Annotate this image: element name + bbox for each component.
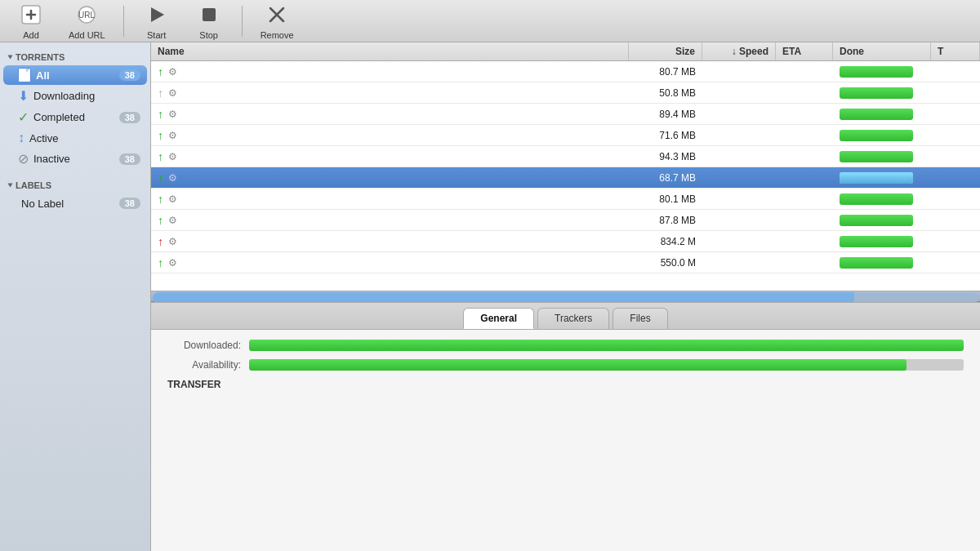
- add-button[interactable]: Add: [8, 0, 54, 43]
- th-done[interactable]: Done: [833, 42, 931, 60]
- tab-trackers[interactable]: Trackers: [537, 308, 609, 329]
- th-peers[interactable]: T: [931, 42, 980, 60]
- td-eta: [776, 112, 833, 117]
- svg-rect-6: [203, 8, 216, 21]
- availability-bar: [249, 359, 964, 371]
- th-speed[interactable]: ↓ Speed: [702, 42, 776, 60]
- main-layout: TORRENTS All 38 ⬇ Downloading ✓ Complete…: [0, 42, 980, 551]
- td-size: 68.7 MB: [629, 170, 702, 186]
- td-peers: [931, 133, 980, 138]
- sidebar-item-completed[interactable]: ✓ Completed 38: [3, 107, 147, 127]
- progress-fill: [840, 236, 913, 247]
- gear-icon: ⚙: [168, 130, 177, 141]
- sidebar-item-active[interactable]: ↕ Active: [3, 128, 147, 148]
- start-label: Start: [147, 30, 166, 40]
- stop-button[interactable]: Stop: [186, 0, 232, 43]
- sidebar-item-inactive[interactable]: ⊘ Inactive 38: [3, 149, 147, 169]
- progress-fill: [840, 172, 913, 184]
- progress-fill: [840, 257, 913, 269]
- horizontal-scrollbar[interactable]: [151, 291, 980, 302]
- table-row[interactable]: ↑ ⚙ 89.4 MB: [151, 104, 980, 125]
- td-peers: [931, 112, 980, 117]
- gear-icon: ⚙: [168, 193, 177, 205]
- td-speed: [702, 112, 776, 117]
- td-name: ↑ ⚙: [151, 105, 629, 123]
- completed-icon: ✓: [18, 109, 29, 125]
- sidebar-item-all[interactable]: All 38: [3, 65, 147, 85]
- torrent-table[interactable]: Name Size ↓ Speed ETA Done T ↑ ⚙ 80.7 MB: [151, 42, 980, 291]
- td-done: [833, 255, 931, 271]
- td-done: [833, 233, 931, 250]
- td-speed: [702, 239, 776, 244]
- td-name: ↑ ⚙: [151, 127, 629, 144]
- table-row[interactable]: ↑ ⚙ 80.7 MB: [151, 61, 980, 82]
- sidebar-completed-badge: 38: [119, 112, 140, 123]
- td-speed: [702, 91, 776, 96]
- availability-label: Availability:: [167, 359, 241, 371]
- add-url-label: Add URL: [69, 30, 105, 40]
- gear-icon: ⚙: [168, 151, 177, 162]
- table-row[interactable]: ↑ ⚙ 87.8 MB: [151, 210, 980, 231]
- gear-icon: ⚙: [168, 236, 177, 247]
- td-speed: [702, 154, 776, 159]
- progress-fill: [840, 109, 913, 120]
- td-name: ↑ ⚙: [151, 211, 629, 229]
- progress-fill: [840, 193, 913, 205]
- td-name: ↑ ⚙: [151, 63, 629, 81]
- table-row[interactable]: ↑ ⚙ 71.6 MB: [151, 125, 980, 146]
- gear-icon: ⚙: [168, 257, 177, 269]
- sidebar-item-no-label[interactable]: No Label 38: [3, 193, 147, 213]
- th-name[interactable]: Name: [151, 42, 629, 60]
- td-speed: [702, 133, 776, 138]
- td-size: 80.7 MB: [629, 64, 702, 80]
- table-row[interactable]: ↑ ⚙ 50.8 MB: [151, 82, 980, 104]
- tab-files[interactable]: Files: [612, 308, 667, 329]
- progress-fill: [840, 87, 913, 99]
- labels-triangle: [8, 184, 13, 188]
- td-peers: [931, 154, 980, 159]
- start-button[interactable]: Start: [134, 0, 180, 43]
- transfer-header: TRANSFER: [167, 379, 964, 390]
- svg-text:URL: URL: [78, 11, 95, 20]
- labels-section-header[interactable]: LABELS: [0, 176, 150, 193]
- tab-general[interactable]: General: [463, 308, 534, 329]
- table-row[interactable]: ↑ ⚙ 550.0 M: [151, 252, 980, 273]
- arrow-icon: ↑: [158, 87, 163, 100]
- td-eta: [776, 91, 833, 96]
- td-eta: [776, 197, 833, 202]
- add-url-button[interactable]: URL Add URL: [60, 0, 114, 43]
- table-header: Name Size ↓ Speed ETA Done T: [151, 42, 980, 61]
- arrow-icon: ↑: [158, 256, 163, 269]
- remove-button[interactable]: Remove: [252, 0, 302, 43]
- td-speed: [702, 218, 776, 223]
- td-peers: [931, 176, 980, 180]
- th-eta[interactable]: ETA: [776, 42, 833, 60]
- td-done: [833, 191, 931, 207]
- table-row[interactable]: ↑ ⚙ 94.3 MB: [151, 146, 980, 167]
- arrow-icon: ↑: [158, 193, 163, 206]
- progress-bar: [840, 109, 913, 120]
- table-row[interactable]: ↑ ⚙ 68.7 MB: [151, 167, 980, 189]
- bottom-panel: General Trackers Files Downloaded: Avail…: [151, 302, 980, 551]
- td-eta: [776, 154, 833, 159]
- td-peers: [931, 260, 980, 265]
- gear-icon: ⚙: [168, 66, 177, 78]
- remove-label: Remove: [261, 30, 294, 40]
- td-size: 89.4 MB: [629, 106, 702, 122]
- downloading-icon: ⬇: [18, 88, 29, 104]
- td-size: 71.6 MB: [629, 127, 702, 144]
- td-size: 834.2 M: [629, 233, 702, 250]
- progress-bar: [840, 215, 913, 226]
- sidebar-downloading-label: Downloading: [33, 90, 140, 102]
- sidebar-item-downloading[interactable]: ⬇ Downloading: [3, 86, 147, 106]
- table-row[interactable]: ↑ ⚙ 834.2 M: [151, 231, 980, 252]
- tabs-bar: General Trackers Files: [151, 303, 980, 330]
- th-size[interactable]: Size: [629, 42, 702, 60]
- td-eta: [776, 133, 833, 138]
- torrents-section-header[interactable]: TORRENTS: [0, 47, 150, 64]
- table-row[interactable]: ↑ ⚙ 80.1 MB: [151, 189, 980, 210]
- td-peers: [931, 197, 980, 202]
- arrow-icon: ↑: [158, 129, 163, 142]
- td-size: 94.3 MB: [629, 149, 702, 165]
- gear-icon: ⚙: [168, 215, 177, 226]
